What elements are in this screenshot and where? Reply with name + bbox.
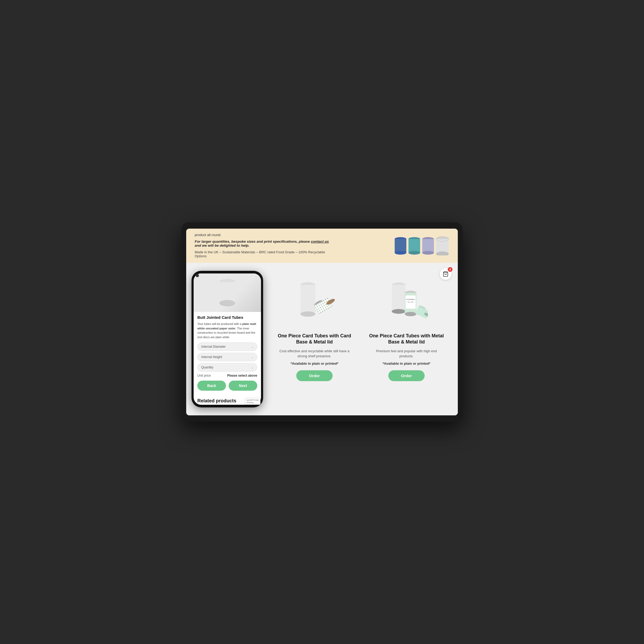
internal-diameter-select[interactable]: Internal Diameter ⌄ [197, 342, 257, 351]
svg-rect-26 [392, 285, 406, 311]
svg-point-27 [392, 309, 406, 314]
phone-screen: Butt Jointed Card Tubes Your tubes will … [194, 273, 261, 405]
back-button[interactable]: Back [197, 381, 226, 391]
product-1-availability: *Available in plain or printed* [290, 362, 338, 365]
banner-section: product all round. For larger quantities… [186, 229, 458, 263]
svg-rect-35 [415, 306, 428, 319]
svg-point-19 [301, 311, 315, 317]
tablet-screen: product all round. For larger quantities… [186, 229, 458, 415]
phone-product-image [194, 273, 261, 312]
svg-point-33 [405, 312, 416, 316]
product-1-title: One Piece Card Tubes with Card Base & Me… [277, 333, 352, 345]
unit-price-row: Unit price Please select above [197, 374, 257, 377]
tube-teal-icon [408, 237, 421, 255]
product-1-desc: Cost effective and recyclable while stil… [277, 349, 352, 359]
product-card-1: One Piece Card Tubes with Card Base & Me… [271, 270, 358, 408]
svg-point-5 [408, 251, 420, 255]
phone-column: Butt Jointed Card Tubes Your tubes will … [186, 263, 268, 415]
product-2-tubes-icon: O'CONNELL BILL PHO [385, 278, 428, 326]
chevron-down-icon: ⌄ [251, 356, 253, 359]
cart-icon-wrap[interactable]: 4 [440, 268, 451, 280]
svg-rect-4 [408, 239, 420, 253]
unit-price-value: Please select above [227, 374, 257, 377]
product-2-title: One Piece Card Tubes with Metal Base & M… [369, 333, 444, 345]
next-button[interactable]: Next [229, 381, 257, 391]
svg-rect-1 [395, 239, 406, 253]
svg-rect-7 [422, 239, 434, 253]
product-card-2: O'CONNELL BILL PHO One Piece Card Tubes … [363, 270, 450, 408]
phone-frame: Butt Jointed Card Tubes Your tubes will … [192, 271, 263, 407]
phone-product-desc: Your tubes will be produced with a plain… [197, 322, 257, 339]
svg-text:BILL PHO: BILL PHO [407, 301, 413, 303]
product-1-image [277, 276, 352, 329]
recaptcha-badge: reCAPTCHAPrivacy [245, 398, 260, 405]
quantity-select[interactable]: Quantity ⌄ [197, 363, 257, 372]
product-1-order-button[interactable]: Order [296, 370, 333, 381]
phone-tube-svg [217, 278, 238, 307]
product-2-availability: *Available in plain or printed* [382, 362, 430, 365]
banner-images [394, 229, 449, 263]
main-content: Butt Jointed Card Tubes Your tubes will … [186, 263, 458, 415]
svg-text:O'CONNELL: O'CONNELL [406, 299, 415, 300]
tube-lavender-icon [422, 237, 434, 255]
cart-icon [443, 271, 449, 277]
phone-buttons: Back Next [197, 381, 257, 391]
chevron-down-icon: ⌄ [251, 345, 253, 348]
phone-product-title: Butt Jointed Card Tubes [197, 315, 257, 320]
banner-subtext: product all round. [195, 233, 333, 237]
contact-link[interactable]: contact us [311, 240, 329, 243]
banner-contact-text: For larger quantities, bespoke sizes and… [195, 240, 333, 247]
chevron-down-icon: ⌄ [251, 366, 253, 369]
cart-container[interactable]: 4 [440, 268, 451, 280]
internal-height-select[interactable]: Internal Height ⌄ [197, 353, 257, 361]
product-1-tubes-icon [293, 278, 336, 326]
punch-hole-icon [196, 274, 199, 277]
tube-open-icon [436, 236, 449, 255]
banner-badges: Made in the UK – Sustainable Materials –… [195, 250, 333, 258]
products-grid: 4 [268, 263, 458, 415]
tube-blue-icon [394, 237, 407, 255]
svg-point-15 [219, 300, 235, 306]
product-2-image: O'CONNELL BILL PHO [369, 276, 444, 329]
tablet-frame: product all round. For larger quantities… [181, 222, 463, 422]
product-2-desc: Premium feel and popular with high end p… [369, 349, 444, 359]
svg-rect-18 [301, 285, 315, 314]
cart-count-badge: 4 [448, 267, 452, 272]
unit-price-label: Unit price [197, 374, 211, 377]
phone-content: Butt Jointed Card Tubes Your tubes will … [194, 312, 261, 395]
svg-point-2 [395, 251, 406, 255]
svg-point-8 [422, 251, 434, 255]
product-2-order-button[interactable]: Order [388, 370, 425, 381]
